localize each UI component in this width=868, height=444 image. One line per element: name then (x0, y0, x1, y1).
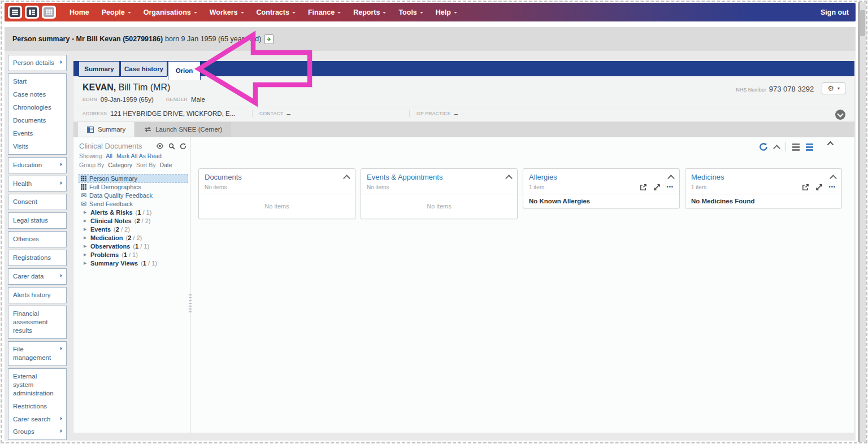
nav-help[interactable]: Help (429, 8, 463, 16)
chevron-right-icon (60, 181, 64, 185)
sidebar-item-groups[interactable]: Groups (8, 425, 66, 438)
sidebar-item-start[interactable]: Start (8, 75, 66, 88)
hamburger-menu-icon[interactable] (8, 6, 22, 19)
tree-category-alerts-risks[interactable]: ▶ Alerts & Risks (1 / 1) (79, 208, 188, 216)
sidebar-item-carer-data[interactable]: Carer data (8, 270, 66, 283)
nav-contracts[interactable]: Contracts (250, 8, 302, 16)
sidebar-item-restrictions[interactable]: Restrictions (8, 400, 66, 413)
sign-out-link[interactable]: Sign out (821, 8, 849, 16)
nav-reports[interactable]: Reports (347, 8, 392, 16)
nav-finance-label: Finance (308, 8, 335, 16)
caret-right-icon[interactable]: ▶ (84, 236, 88, 240)
collapse-card-icon[interactable] (667, 175, 675, 182)
search-icon[interactable] (168, 143, 175, 150)
sidebar-item-chronologies[interactable]: Chronologies (8, 101, 66, 114)
refresh-dashboard-icon[interactable] (759, 142, 768, 151)
tree-category-medication[interactable]: ▶ Medication (2 / 2) (79, 234, 188, 242)
group-by-select[interactable]: Category (108, 162, 132, 168)
grid-view-icon[interactable] (42, 6, 56, 19)
open-external-icon[interactable] (802, 184, 809, 191)
sidebar-item-alerts-history[interactable]: Alerts history (8, 289, 66, 302)
eye-icon[interactable] (156, 143, 164, 149)
collapse-card-icon[interactable] (830, 175, 837, 182)
scrollbar-thumb[interactable] (860, 10, 865, 36)
more-options-icon[interactable]: ••• (667, 184, 674, 190)
window-scrollbar[interactable] (858, 2, 866, 442)
tab-summary[interactable]: Summary (79, 61, 120, 77)
chevron-down-icon (454, 12, 457, 15)
showing-label: Showing (79, 153, 102, 159)
allergies-result-text: No Known Allergies (523, 194, 679, 208)
expand-card-icon[interactable] (815, 184, 823, 191)
showing-all-link[interactable]: All (106, 153, 112, 159)
expand-banner-button[interactable] (835, 110, 845, 120)
sidebar-item-carer-search[interactable]: Carer search (8, 413, 66, 426)
tree-category-clinical-notes[interactable]: ▶ Clinical Notes (2 / 2) (79, 217, 188, 225)
tree-category-observations[interactable]: ▶ Observations (1 / 1) (79, 242, 188, 250)
tree-category-problems[interactable]: ▶ Problems (1 / 1) (79, 251, 188, 259)
sidebar-item-file-management[interactable]: File management (8, 343, 66, 364)
table-view-icon[interactable] (25, 6, 39, 19)
caret-right-icon[interactable]: ▶ (84, 244, 88, 249)
sidebar-item-consent[interactable]: Consent (8, 195, 66, 208)
open-external-icon[interactable] (640, 184, 647, 191)
mark-all-as-read-link[interactable]: Mark All As Read (116, 153, 162, 159)
sidebar-item-health[interactable]: Health (8, 177, 66, 190)
expand-card-icon[interactable] (653, 184, 661, 191)
nav-people[interactable]: People (96, 8, 137, 16)
subtab-launch-snee[interactable]: Launch SNEE (Cerner) (134, 122, 231, 137)
export-person-icon[interactable] (264, 34, 274, 44)
grid-layout-icon[interactable] (806, 143, 813, 151)
subtab-summary[interactable]: Summary (78, 122, 134, 137)
resize-grip[interactable] (189, 294, 192, 314)
tree-item-data-quality-feedback[interactable]: ✉ Data Quality Feedback (79, 191, 188, 199)
caret-right-icon[interactable]: ▶ (84, 253, 88, 257)
more-options-icon[interactable]: ••• (829, 184, 836, 190)
collapse-card-icon[interactable] (343, 175, 350, 182)
tree-item-person-summary[interactable]: Person Summary (79, 175, 188, 182)
tree-category-events[interactable]: ▶ Events (2 / 2) (79, 225, 188, 233)
sidebar-item-documents[interactable]: Documents (8, 114, 66, 127)
refresh-icon[interactable] (180, 143, 186, 150)
sidebar-item-case-notes[interactable]: Case notes (8, 88, 66, 101)
tab-orion[interactable]: Orion (168, 61, 201, 80)
sidebar: Person details Start Case notes Chronolo… (8, 55, 67, 440)
sidebar-item-person-details[interactable]: Person details (8, 56, 66, 69)
scroll-top-icon[interactable] (827, 141, 834, 147)
orion-content: Clinical Documents Showing All Mark All … (73, 137, 854, 433)
sidebar-item-legal-status[interactable]: Legal status (8, 214, 66, 227)
sidebar-item-external-system-administration[interactable]: External system administration (8, 370, 66, 400)
sidebar-item-visits[interactable]: Visits (8, 140, 66, 153)
collapse-card-icon[interactable] (505, 175, 513, 182)
banner-settings-button[interactable]: ⚙▾ (822, 82, 845, 94)
medicines-result-text: No Medicines Found (685, 194, 841, 208)
collapse-all-icon[interactable] (773, 145, 780, 152)
group-by-label: Group By (79, 162, 104, 168)
caret-right-icon[interactable]: ▶ (84, 227, 88, 232)
tree-item-send-feedback[interactable]: ✉ Send Feedback (79, 200, 188, 208)
nav-tools[interactable]: Tools (392, 8, 429, 16)
tab-case-history[interactable]: Case history (120, 61, 167, 77)
nav-finance[interactable]: Finance (302, 8, 347, 16)
summary-panel-icon (87, 127, 94, 133)
allergies-card-count: 1 item (529, 184, 544, 190)
sidebar-item-events[interactable]: Events (8, 127, 66, 140)
documents-empty-text: No items (199, 194, 355, 219)
nav-workers[interactable]: Workers (203, 8, 250, 16)
tree-item-full-demographics[interactable]: Full Demographics (79, 183, 188, 191)
person-summary-title: Person summary - Mr Bill Kevan (50279918… (12, 35, 163, 43)
nav-home[interactable]: Home (63, 8, 96, 16)
caret-right-icon[interactable]: ▶ (84, 261, 88, 265)
sidebar-item-financial-assessment-results[interactable]: Financial assessment results (8, 307, 66, 337)
sidebar-item-registrations[interactable]: Registrations (8, 251, 66, 264)
nav-organisations-label: Organisations (144, 8, 191, 16)
panel-divider (190, 137, 190, 433)
sort-by-select[interactable]: Date (159, 162, 172, 168)
caret-right-icon[interactable]: ▶ (84, 210, 88, 215)
sidebar-item-offences[interactable]: Offences (8, 233, 66, 246)
nav-organisations[interactable]: Organisations (137, 8, 203, 16)
tree-category-summary-views[interactable]: ▶ Summary Views (1 / 1) (79, 259, 188, 267)
list-layout-icon[interactable] (792, 143, 800, 151)
sidebar-item-education[interactable]: Education (8, 159, 66, 172)
caret-right-icon[interactable]: ▶ (84, 219, 88, 223)
